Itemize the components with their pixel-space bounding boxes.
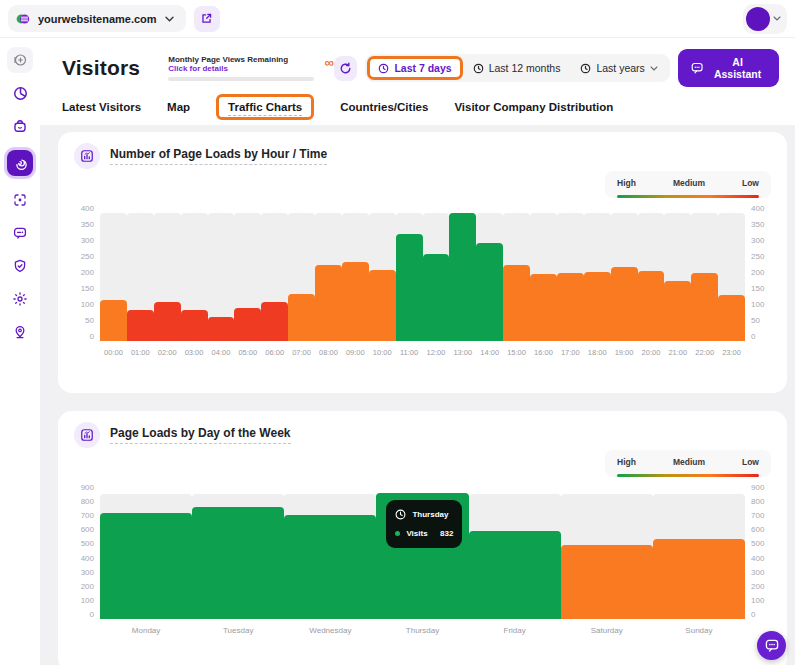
bar-07:00[interactable] <box>288 294 315 341</box>
bar-21:00[interactable] <box>664 281 691 341</box>
tab-countries-cities[interactable]: Countries/Cities <box>340 101 428 113</box>
sidebar-item-settings[interactable] <box>7 286 33 312</box>
bar-05:00[interactable] <box>234 308 261 341</box>
chart-title: Page Loads by Day of the Week <box>110 426 291 444</box>
bar-20:00[interactable] <box>638 271 665 341</box>
sidebar-item-location[interactable] <box>7 319 33 345</box>
x-axis-label: 09:00 <box>346 348 365 357</box>
y-axis-label: 150 <box>751 284 764 293</box>
bar-04:00[interactable] <box>208 317 235 341</box>
shield-check-icon <box>12 258 28 274</box>
y-axis-label: 500 <box>81 539 94 548</box>
y-axis-label: 400 <box>81 204 94 213</box>
chart-bar-slot: 02:00 <box>154 204 181 357</box>
bar-19:00[interactable] <box>611 267 638 341</box>
tab-traffic-charts[interactable]: Traffic Charts <box>216 94 314 120</box>
tab-visitor-company-distribution[interactable]: Visitor Company Distribution <box>454 101 613 113</box>
tab-map[interactable]: Map <box>167 101 190 113</box>
bar-23:00[interactable] <box>718 295 745 341</box>
bar-14:00[interactable] <box>476 243 503 341</box>
chevron-down-icon <box>650 66 658 71</box>
y-axis-label: 500 <box>751 539 764 548</box>
bar-09:00[interactable] <box>342 262 369 341</box>
refresh-icon <box>339 62 352 75</box>
y-axis-label: 350 <box>81 220 94 229</box>
bar-Tuesday[interactable] <box>192 507 284 619</box>
content-area: Number of Page Loads by Hour / Time High… <box>40 125 795 665</box>
shopping-bag-icon <box>12 118 28 134</box>
legend-gradient-bar <box>617 195 759 198</box>
circle-plus-icon <box>12 52 28 68</box>
quota-title: Monthly Page Views Remaining <box>168 55 314 64</box>
refresh-button[interactable] <box>334 56 358 81</box>
bar-16:00[interactable] <box>530 274 557 341</box>
weekly-chart-plot: 9008007006005004003002001000 MondayTuesd… <box>74 483 771 635</box>
bar-Wednesday[interactable] <box>284 515 376 619</box>
range-last-12-months[interactable]: Last 12 months <box>463 57 571 79</box>
website-selector[interactable]: yourwebsitename.com <box>8 5 186 32</box>
clock-icon <box>378 63 389 74</box>
bar-13:00[interactable] <box>449 213 476 341</box>
y-axis-label: 0 <box>751 610 755 619</box>
bar-Friday[interactable] <box>469 531 561 619</box>
quota-widget: Monthly Page Views Remaining Click for d… <box>168 55 314 81</box>
sidebar-toggle-button[interactable] <box>7 47 33 73</box>
chart-bar-slot: 07:00 <box>288 204 315 357</box>
y-axis-label: 300 <box>751 568 764 577</box>
bar-01:00[interactable] <box>127 310 154 341</box>
ai-assistant-button[interactable]: AI Assistant <box>678 49 779 87</box>
avatar <box>746 7 770 31</box>
location-pin-icon <box>12 324 28 340</box>
bar-Saturday[interactable] <box>561 545 653 619</box>
sidebar-item-behavior[interactable] <box>7 187 33 213</box>
sidebar-item-visitors[interactable] <box>7 150 33 176</box>
bar-Sunday[interactable] <box>653 539 745 619</box>
bar-15:00[interactable] <box>503 265 530 341</box>
chart-bar-slot: Friday <box>469 483 561 635</box>
support-chat-button[interactable] <box>757 631 786 660</box>
sidebar-item-overview[interactable] <box>7 80 33 106</box>
bar-17:00[interactable] <box>557 273 584 341</box>
bar-03:00[interactable] <box>181 310 208 341</box>
x-axis-label: 04:00 <box>212 348 231 357</box>
website-logo-icon <box>16 12 30 26</box>
bar-18:00[interactable] <box>584 272 611 341</box>
bar-10:00[interactable] <box>369 270 396 341</box>
chart-bar-slot: 05:00 <box>234 204 261 357</box>
y-axis-label: 300 <box>751 236 764 245</box>
chart-bar-slot: 11:00 <box>396 204 423 357</box>
x-axis-label: Sunday <box>685 626 712 635</box>
bar-08:00[interactable] <box>315 265 342 341</box>
tooltip-day: Thursday <box>412 510 448 519</box>
chat-bubble-icon <box>12 225 28 241</box>
quota-details-link[interactable]: Click for details <box>168 64 314 73</box>
chart-bar-slot: 19:00 <box>611 204 638 357</box>
topbar: yourwebsitename.com <box>0 0 795 38</box>
tab-latest-visitors[interactable]: Latest Visitors <box>62 101 141 113</box>
sidebar-item-ecommerce[interactable] <box>7 113 33 139</box>
sidebar-item-privacy[interactable] <box>7 253 33 279</box>
bar-06:00[interactable] <box>261 302 288 341</box>
x-axis-label: 13:00 <box>453 348 472 357</box>
chart-bar-slot: Saturday <box>561 483 653 635</box>
bar-Monday[interactable] <box>100 513 192 619</box>
x-axis-label: 17:00 <box>561 348 580 357</box>
range-last-years[interactable]: Last years <box>570 57 667 79</box>
range-last-7-days[interactable]: Last 7 days <box>367 56 462 80</box>
y-axis-label: 0 <box>90 610 94 619</box>
bar-02:00[interactable] <box>154 302 181 341</box>
chart-bar-slot: 06:00 <box>261 204 288 357</box>
bar-11:00[interactable] <box>396 234 423 341</box>
bar-22:00[interactable] <box>691 273 718 341</box>
bar-12:00[interactable] <box>423 254 450 341</box>
heat-legend: High Medium Low <box>605 450 771 477</box>
account-menu[interactable] <box>743 4 787 34</box>
chart-tooltip: Thursday Visits 832 <box>386 500 462 548</box>
quota-progress-bar <box>168 77 314 81</box>
open-website-button[interactable] <box>194 6 220 32</box>
bar-00:00[interactable] <box>100 300 127 341</box>
tooltip-label: Visits <box>406 529 427 538</box>
sidebar-item-communication[interactable] <box>7 220 33 246</box>
x-axis-label: 12:00 <box>427 348 446 357</box>
x-axis-label: 00:00 <box>104 348 123 357</box>
